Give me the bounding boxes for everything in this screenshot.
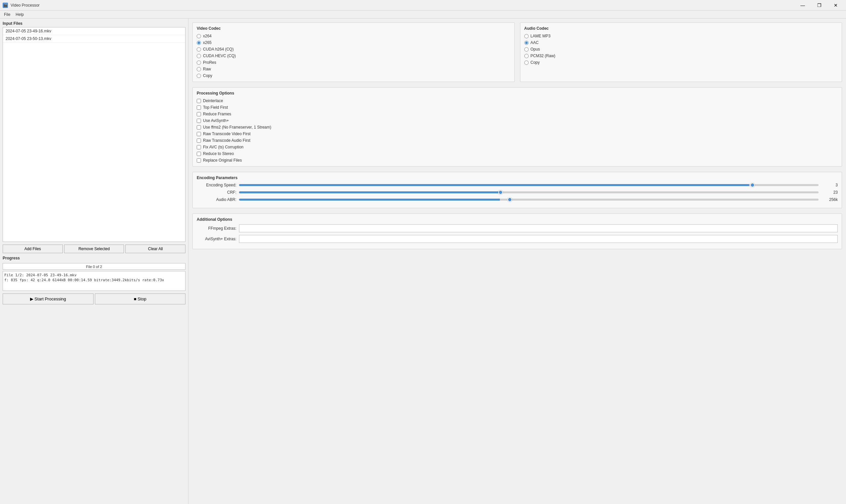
codec-prores-radio[interactable] [197, 60, 201, 65]
encoding-params-section: Encoding Parameters Encoding Speed: 3 CR… [193, 172, 842, 208]
avisynth-extras-row: AviSynth+ Extras: [197, 235, 838, 243]
file-list[interactable]: 2024-07-05 23-49-16.mkv 2024-07-05 23-50… [3, 27, 185, 242]
opt-top-field-check[interactable] [197, 105, 201, 110]
codec-copy-v-radio[interactable] [197, 74, 201, 78]
video-codec-section: Video Codec x264 x265 CUDA h264 (CQ) [193, 22, 515, 82]
codec-opus[interactable]: Opus [524, 47, 838, 52]
file-buttons: Add Files Remove Selected Clear All [3, 245, 185, 253]
codec-cuda-hevc-radio[interactable] [197, 54, 201, 58]
remove-selected-button[interactable]: Remove Selected [64, 245, 124, 253]
codec-copy-a[interactable]: Copy [524, 60, 838, 65]
additional-options-label: Additional Options [197, 217, 838, 222]
codec-copy-a-radio[interactable] [524, 60, 529, 65]
ffmpeg-extras-input[interactable] [239, 224, 838, 232]
opt-avisynth-check[interactable] [197, 119, 201, 123]
codec-cuda-h264-radio[interactable] [197, 47, 201, 52]
opt-raw-audio-first-check[interactable] [197, 139, 201, 143]
processing-options-group: Deinterlace Top Field First Reduce Frame… [197, 98, 838, 163]
action-buttons: ▶ Start Processing ■ Stop [3, 293, 185, 304]
codec-pcm32-radio[interactable] [524, 54, 529, 58]
opt-avisynth[interactable]: Use AviSynth+ [197, 118, 838, 123]
file-item[interactable]: 2024-07-05 23-50-13.mkv [3, 35, 185, 43]
opt-reduce-stereo[interactable]: Reduce to Stereo [197, 151, 838, 156]
close-button[interactable]: ✕ [828, 0, 843, 11]
codec-raw-radio[interactable] [197, 67, 201, 71]
menu-file[interactable]: File [1, 12, 13, 18]
opt-replace-files-check[interactable] [197, 158, 201, 163]
processing-options-section: Processing Options Deinterlace Top Field… [193, 87, 842, 166]
opt-raw-video-first-check[interactable] [197, 132, 201, 136]
codec-copy-v[interactable]: Copy [197, 73, 510, 78]
opt-avisynth-label: Use AviSynth+ [203, 118, 229, 123]
opt-reduce-stereo-check[interactable] [197, 152, 201, 156]
progress-text: File 0 of 2 [3, 264, 185, 270]
codec-lame-radio[interactable] [524, 34, 529, 38]
video-codec-label: Video Codec [197, 26, 510, 31]
opt-fix-avc[interactable]: Fix AVC (ts) Corruption [197, 144, 838, 150]
codec-cuda-hevc-label: CUDA HEVC (CQ) [203, 54, 236, 58]
opt-top-field[interactable]: Top Field First [197, 105, 838, 110]
opt-reduce-frames[interactable]: Reduce Frames [197, 111, 838, 117]
encoding-speed-slider[interactable] [239, 184, 818, 186]
right-panel: Video Codec x264 x265 CUDA h264 (CQ) [188, 18, 846, 504]
opt-deinterlace-check[interactable] [197, 99, 201, 103]
codec-copy-v-label: Copy [203, 73, 212, 78]
codec-x265[interactable]: x265 [197, 40, 510, 45]
audio-abr-slider[interactable] [239, 199, 818, 201]
log-area: File 1/2: 2024-07-05 23-49-16.mkv f: 835… [3, 271, 185, 291]
opt-deinterlace[interactable]: Deinterlace [197, 98, 838, 104]
minimize-button[interactable]: — [795, 0, 810, 11]
app-icon: 🎬 [3, 3, 8, 8]
encoding-params-label: Encoding Parameters [197, 176, 838, 180]
opt-raw-video-first-label: Raw Transcode Video First [203, 131, 251, 136]
codec-aac-label: AAC [530, 40, 539, 45]
codec-cuda-hevc[interactable]: CUDA HEVC (CQ) [197, 53, 510, 58]
crf-row: CRF: 23 [197, 190, 838, 195]
audio-codec-section: Audio Codec LAME MP3 AAC Opus [520, 22, 842, 82]
encoding-speed-label: Encoding Speed: [197, 183, 236, 187]
stop-button[interactable]: ■ Stop [95, 293, 186, 304]
progress-bar: File 0 of 2 [3, 263, 185, 270]
codec-aac-radio[interactable] [524, 41, 529, 45]
window-title: Video Processor [11, 3, 40, 7]
ffmpeg-extras-label: FFmpeg Extras: [197, 226, 236, 231]
codec-cuda-h264[interactable]: CUDA h264 (CQ) [197, 47, 510, 52]
codec-raw-label: Raw [203, 67, 211, 71]
codec-x264[interactable]: x264 [197, 33, 510, 39]
processing-options-label: Processing Options [197, 91, 838, 95]
opt-fix-avc-label: Fix AVC (ts) Corruption [203, 145, 243, 149]
opt-replace-files[interactable]: Replace Original Files [197, 158, 838, 163]
opt-reduce-frames-label: Reduce Frames [203, 112, 231, 116]
codec-prores[interactable]: ProRes [197, 60, 510, 65]
audio-abr-row: Audio ABR: 256k [197, 197, 838, 202]
opt-ffms2-check[interactable] [197, 125, 201, 129]
opt-top-field-label: Top Field First [203, 105, 228, 110]
clear-all-button[interactable]: Clear All [125, 245, 185, 253]
left-panel: Input Files 2024-07-05 23-49-16.mkv 2024… [0, 18, 188, 504]
codec-cuda-h264-label: CUDA h264 (CQ) [203, 47, 234, 52]
maximize-button[interactable]: ❐ [812, 0, 827, 11]
add-files-button[interactable]: Add Files [3, 245, 63, 253]
opt-raw-audio-first[interactable]: Raw Transcode Audio First [197, 138, 838, 143]
audio-codec-group: LAME MP3 AAC Opus PCM32 (Raw) [524, 33, 838, 65]
file-item[interactable]: 2024-07-05 23-49-16.mkv [3, 28, 185, 35]
codec-lame-label: LAME MP3 [530, 34, 551, 38]
opt-raw-video-first[interactable]: Raw Transcode Video First [197, 131, 838, 137]
menu-help[interactable]: Help [13, 12, 26, 18]
opt-fix-avc-check[interactable] [197, 145, 201, 149]
codec-raw[interactable]: Raw [197, 67, 510, 72]
codec-aac[interactable]: AAC [524, 40, 838, 45]
codec-x264-radio[interactable] [197, 34, 201, 38]
codec-lame[interactable]: LAME MP3 [524, 33, 838, 39]
opt-reduce-frames-check[interactable] [197, 112, 201, 116]
codec-pcm32[interactable]: PCM32 (Raw) [524, 53, 838, 58]
crf-slider[interactable] [239, 191, 818, 193]
codec-x265-radio[interactable] [197, 41, 201, 45]
avisynth-extras-input[interactable] [239, 235, 838, 243]
codec-opus-radio[interactable] [524, 47, 529, 52]
opt-ffms2[interactable]: Use ffms2 (No Frameserver, 1 Stream) [197, 125, 838, 130]
start-processing-button[interactable]: ▶ Start Processing [3, 293, 93, 304]
ffmpeg-extras-row: FFmpeg Extras: [197, 224, 838, 232]
codec-opus-label: Opus [530, 47, 540, 52]
avisynth-extras-label: AviSynth+ Extras: [197, 237, 236, 241]
